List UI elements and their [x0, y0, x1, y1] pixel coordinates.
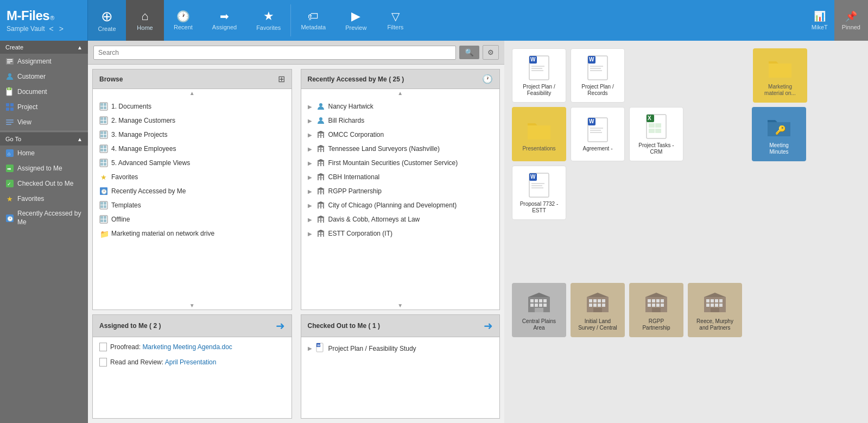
checkout-panel-title: Checked Out to Me ( 1 ) [308, 322, 380, 330]
browse-item-customers[interactable]: 2. Manage Customers [93, 113, 292, 128]
assignment-link-2[interactable]: April Presentation [165, 358, 217, 366]
sidebar-item-checked-out-to-me[interactable]: ✓ Checked Out to Me [0, 176, 88, 191]
search-input[interactable] [93, 46, 456, 60]
recent-item-davis[interactable]: ▶ Davis & Cobb, Attorneys at Law [301, 212, 500, 226]
sidebar-item-customer[interactable]: Customer [0, 69, 88, 84]
recent-item-tennessee[interactable]: ▶ Tennessee Land Surveyors (Nashville) [301, 142, 500, 156]
assigned-button[interactable]: ➡ Assigned [202, 0, 246, 41]
svg-rect-139 [649, 129, 655, 133]
checkout-panel-arrow[interactable]: ➜ [484, 319, 493, 332]
chevron-icon-6: ▶ [308, 174, 312, 180]
tile-meeting-minutes[interactable]: 🔑 MeetingMinutes [752, 107, 806, 161]
tile-proj-plan-feasibility[interactable]: W Project Plan /Feasibility [512, 48, 566, 103]
home-button[interactable]: ⌂ Home [126, 0, 164, 41]
svg-rect-72 [319, 148, 320, 149]
sidebar-goto-header[interactable]: Go To ▲ [0, 132, 88, 146]
recent-button[interactable]: 🕐 Recent [164, 0, 202, 41]
tile-presentations[interactable]: Presentations [512, 107, 566, 161]
tile-initial-land-survey[interactable]: Initial LandSurvey / Central [571, 283, 625, 337]
vault-name: Sample Vault [7, 25, 45, 33]
tile-central-plains[interactable]: Central PlainsArea [512, 283, 566, 337]
browse-item-offline[interactable]: Offline [93, 212, 292, 226]
tile-marketing-material[interactable]: Marketingmaterial on... [753, 48, 807, 103]
browse-item-advanced[interactable]: 5. Advanced Sample Views [93, 156, 292, 170]
recent-item-bill[interactable]: ▶ Bill Richards [301, 113, 500, 128]
recent-item-estt[interactable]: ▶ ESTT Corporation (IT) [301, 226, 500, 241]
svg-rect-12 [6, 119, 14, 121]
browse-item-fav[interactable]: ★ Favorites [93, 170, 292, 184]
browse-item-recent[interactable]: 🕐 Recently Accessed by Me [93, 184, 292, 198]
tile-reece-murphy[interactable]: Reece, Murphyand Partners [688, 283, 742, 337]
recent-item-chicago[interactable]: ▶ City of Chicago (Planning and Developm… [301, 198, 500, 212]
browse-advanced-icon [99, 159, 108, 167]
assignment-item-2[interactable]: Read and Review: April Presentation [93, 355, 292, 370]
chevron-icon: ▶ [308, 104, 312, 110]
proj-tasks-icon: X [643, 113, 670, 140]
browse-customers-icon [99, 116, 108, 125]
recent-item-rgpp[interactable]: ▶ RGPP Partnership [301, 184, 500, 198]
search-button[interactable]: 🔍 [459, 46, 479, 59]
browse-item-templates[interactable]: Templates [93, 198, 292, 212]
assigned-panel-header: Assigned to Me ( 2 ) ➜ [93, 315, 292, 337]
recent-item-cbh[interactable]: ▶ CBH International [301, 170, 500, 184]
svg-rect-146 [531, 185, 542, 186]
assignment-link-1[interactable]: Marketing Meeting Agenda.doc [142, 343, 232, 351]
create-button[interactable]: ⊕ Create [88, 0, 126, 41]
assigned-panel-title: Assigned to Me ( 2 ) [99, 322, 161, 330]
checkout-panel-content: ▶ W Project Plan / Feasibility Study [301, 337, 500, 418]
svg-rect-183 [711, 299, 714, 302]
sidebar-item-assignment[interactable]: Assignment [0, 54, 88, 69]
assigned-panel-arrow[interactable]: ➜ [276, 319, 285, 332]
browse-item-documents[interactable]: 1. Documents [93, 99, 292, 113]
nav-forward-button[interactable]: > [58, 24, 65, 33]
sidebar-item-view[interactable]: View [0, 115, 88, 130]
browse-scroll-down[interactable]: ▼ [93, 301, 292, 310]
nav-back-button[interactable]: < [48, 24, 54, 33]
browse-scroll-up[interactable]: ▲ [93, 89, 292, 97]
sidebar-item-assigned-to-me[interactable]: ➡ Assigned to Me [0, 161, 88, 176]
recent-scroll-down[interactable]: ▼ [301, 301, 500, 310]
sidebar-item-document[interactable]: D Document [0, 84, 88, 99]
svg-rect-48 [104, 163, 106, 166]
browse-grid-icon[interactable]: ⊞ [278, 74, 285, 84]
sidebar-create-header[interactable]: Create ▲ [0, 41, 88, 54]
svg-rect-42 [104, 146, 106, 148]
preview-button[interactable]: ▶ Preview [335, 0, 376, 41]
recently-panel-content: ▶ Nancy Hartwick ▶ Bill Richards ▶ [301, 97, 500, 301]
search-filter-button[interactable]: ⚙ [483, 45, 499, 60]
recent-scroll-up[interactable]: ▲ [301, 89, 500, 97]
pinned-tiles-container: W Project Plan /Feasibility W Project Pl… [510, 46, 863, 339]
pinned-button[interactable]: 📌 Pinned [834, 0, 868, 41]
sidebar-item-home[interactable]: ⌂ Home [0, 146, 88, 161]
sidebar-item-recently-accessed[interactable]: 🕐 Recently Accessed by Me [0, 206, 88, 230]
favorites-button[interactable]: ★ Favorites [246, 0, 290, 41]
tile-project-tasks-crm[interactable]: X Project Tasks -CRM [629, 107, 683, 161]
filters-button[interactable]: ▽ Filters [376, 0, 414, 41]
sidebar-item-favorites[interactable]: ★ Favorites [0, 191, 88, 206]
recent-item-omcc[interactable]: ▶ OMCC Corporation [301, 128, 500, 142]
svg-rect-59 [100, 219, 103, 222]
browse-item-employees[interactable]: 4. Manage Employees [93, 142, 292, 156]
browse-item-projects[interactable]: 3. Manage Projects [93, 128, 292, 142]
assignment-item-1[interactable]: Proofread: Marketing Meeting Agenda.doc [93, 339, 292, 355]
building-icon-1 [316, 130, 325, 139]
doc-icon-2 [99, 358, 107, 367]
browse-item-marketing[interactable]: 📁 Marketing material on network drive [93, 226, 292, 241]
svg-rect-14 [6, 124, 11, 125]
tile-proposal[interactable]: W Proposal 7732 -ESTT [512, 166, 566, 220]
browse-offline-icon [99, 215, 108, 224]
filters-label: Filters [387, 24, 403, 30]
tile-agreement[interactable]: W Agreement - [571, 107, 625, 161]
recent-item-first-mountain[interactable]: ▶ First Mountain Securities (Customer Se… [301, 156, 500, 170]
sidebar-item-project[interactable]: Project [0, 99, 88, 115]
checked-out-panel: Checked Out to Me ( 1 ) ➜ ▶ W [301, 314, 500, 419]
tile-proj-plan-records[interactable]: W Project Plan /Records [571, 48, 625, 103]
checkout-item-1[interactable]: ▶ W Project Plan / Feasibility Study [301, 339, 500, 357]
tile-rgpp-partnership[interactable]: RGPPPartnership [629, 283, 683, 337]
checkout-item-1-label: Project Plan / Feasibility Study [328, 345, 416, 352]
metadata-button[interactable]: 🏷 Metadata [291, 0, 335, 41]
recent-item-nancy[interactable]: ▶ Nancy Hartwick [301, 99, 500, 113]
user-button[interactable]: 📊 MikeT [805, 0, 834, 41]
svg-rect-36 [100, 135, 103, 137]
create-arrow-icon: ▲ [77, 45, 83, 50]
